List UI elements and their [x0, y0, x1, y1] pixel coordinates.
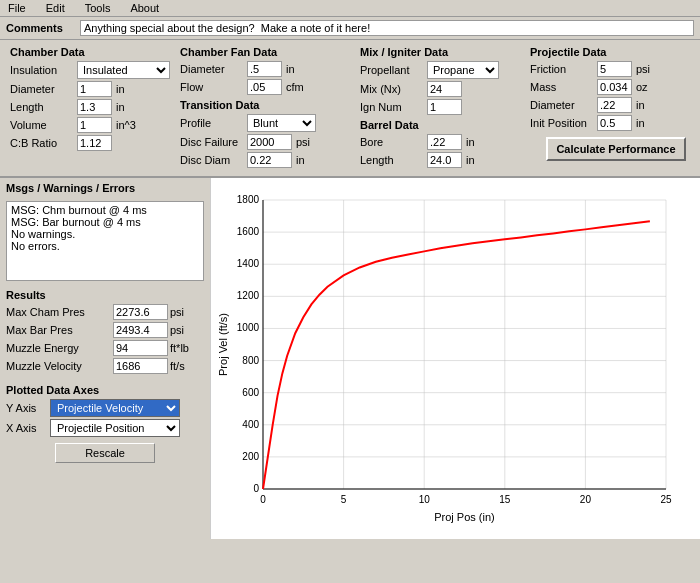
performance-chart	[215, 186, 680, 531]
menu-file[interactable]: File	[4, 2, 30, 14]
results-section: Results Max Cham Pres psi Max Bar Pres p…	[6, 289, 204, 376]
profile-label: Profile	[180, 117, 245, 129]
max-bar-pres-row: Max Bar Pres psi	[6, 322, 204, 338]
fan-flow-row: Flow cfm	[180, 79, 352, 95]
left-panel: Msgs / Warnings / Errors MSG: Chm burnou…	[0, 178, 210, 539]
main-data-grid: Chamber Data Insulation Insulated Non-In…	[0, 40, 700, 177]
mix-igniter-title: Mix / Igniter Data	[360, 46, 522, 58]
propellant-select[interactable]: Propane Methane Hydrogen	[427, 61, 499, 79]
max-cham-pres-label: Max Cham Pres	[6, 306, 111, 318]
ign-num-input[interactable]	[427, 99, 462, 115]
disc-failure-input[interactable]	[247, 134, 292, 150]
fan-diameter-label: Diameter	[180, 63, 245, 75]
init-pos-unit: in	[636, 117, 645, 129]
max-cham-pres-unit: psi	[170, 306, 184, 318]
profile-select[interactable]: Blunt Sharp Rounded	[247, 114, 316, 132]
chamber-volume-unit: in^3	[116, 119, 136, 131]
cb-ratio-input[interactable]	[77, 135, 112, 151]
max-cham-pres-input[interactable]	[113, 304, 168, 320]
barrel-title: Barrel Data	[360, 119, 522, 131]
cb-ratio-row: C:B Ratio	[10, 135, 172, 151]
chamber-diameter-input[interactable]	[77, 81, 112, 97]
muzzle-energy-row: Muzzle Energy ft*lb	[6, 340, 204, 356]
mass-label: Mass	[530, 81, 595, 93]
projectile-title: Projectile Data	[530, 46, 700, 58]
calculate-performance-button[interactable]: Calculate Performance	[546, 137, 685, 161]
fan-flow-unit: cfm	[286, 81, 304, 93]
muzzle-velocity-input[interactable]	[113, 358, 168, 374]
chamber-volume-input[interactable]	[77, 117, 112, 133]
fan-diameter-input[interactable]	[247, 61, 282, 77]
chamber-fan-title: Chamber Fan Data	[180, 46, 352, 58]
y-axis-label: Y Axis	[6, 402, 46, 414]
y-axis-row: Y Axis Projectile Velocity Chamber Press…	[6, 399, 204, 417]
y-axis-select[interactable]: Projectile Velocity Chamber Pressure Bar…	[50, 399, 180, 417]
menu-tools[interactable]: Tools	[81, 2, 115, 14]
chamber-diameter-unit: in	[116, 83, 125, 95]
friction-row: Friction psi	[530, 61, 700, 77]
profile-row: Profile Blunt Sharp Rounded	[180, 114, 352, 132]
disc-diam-label: Disc Diam	[180, 154, 245, 166]
mix-row: Mix (Nx)	[360, 81, 522, 97]
chamber-diameter-label: Diameter	[10, 83, 75, 95]
ign-num-row: Ign Num	[360, 99, 522, 115]
ign-num-label: Ign Num	[360, 101, 425, 113]
chamber-length-row: Length in	[10, 99, 172, 115]
barrel-length-unit: in	[466, 154, 475, 166]
max-bar-pres-input[interactable]	[113, 322, 168, 338]
bore-input[interactable]	[427, 134, 462, 150]
comments-row: Comments	[0, 17, 700, 40]
x-axis-select[interactable]: Projectile Position Time	[50, 419, 180, 437]
mass-unit: oz	[636, 81, 648, 93]
disc-diam-row: Disc Diam in	[180, 152, 352, 168]
disc-diam-input[interactable]	[247, 152, 292, 168]
disc-failure-label: Disc Failure	[180, 136, 245, 148]
mix-input[interactable]	[427, 81, 462, 97]
muzzle-energy-unit: ft*lb	[170, 342, 189, 354]
insulation-select[interactable]: Insulated Non-Insulated	[77, 61, 170, 79]
muzzle-velocity-row: Muzzle Velocity ft/s	[6, 358, 204, 374]
barrel-length-label: Length	[360, 154, 425, 166]
comments-label: Comments	[6, 22, 76, 34]
rescale-button[interactable]: Rescale	[55, 443, 155, 463]
disc-failure-row: Disc Failure psi	[180, 134, 352, 150]
cb-ratio-label: C:B Ratio	[10, 137, 75, 149]
msg-line-2: No warnings.	[11, 228, 199, 240]
insulation-label: Insulation	[10, 64, 75, 76]
msg-line-0: MSG: Chm burnout @ 4 ms	[11, 204, 199, 216]
msg-line-1: MSG: Bar burnout @ 4 ms	[11, 216, 199, 228]
mass-row: Mass oz	[530, 79, 700, 95]
bore-label: Bore	[360, 136, 425, 148]
projectile-section: Projectile Data Friction psi Mass oz Dia…	[526, 44, 700, 172]
init-pos-input[interactable]	[597, 115, 632, 131]
muzzle-velocity-unit: ft/s	[170, 360, 185, 372]
bore-row: Bore in	[360, 134, 522, 150]
propellant-label: Propellant	[360, 64, 425, 76]
proj-diameter-input[interactable]	[597, 97, 632, 113]
mix-igniter-section: Mix / Igniter Data Propellant Propane Me…	[356, 44, 526, 172]
menu-edit[interactable]: Edit	[42, 2, 69, 14]
mass-input[interactable]	[597, 79, 632, 95]
fan-flow-input[interactable]	[247, 79, 282, 95]
friction-input[interactable]	[597, 61, 632, 77]
chamber-length-unit: in	[116, 101, 125, 113]
menu-about[interactable]: About	[126, 2, 163, 14]
results-title: Results	[6, 289, 204, 301]
axes-title: Plotted Data Axes	[6, 384, 204, 396]
proj-diameter-label: Diameter	[530, 99, 595, 111]
x-axis-label: X Axis	[6, 422, 46, 434]
msg-line-3: No errors.	[11, 240, 199, 252]
max-cham-pres-row: Max Cham Pres psi	[6, 304, 204, 320]
chamber-diameter-row: Diameter in	[10, 81, 172, 97]
barrel-length-input[interactable]	[427, 152, 462, 168]
chamber-title: Chamber Data	[10, 46, 172, 58]
comments-input[interactable]	[80, 20, 694, 36]
messages-box: MSG: Chm burnout @ 4 ms MSG: Bar burnout…	[6, 201, 204, 281]
muzzle-energy-input[interactable]	[113, 340, 168, 356]
chamber-volume-label: Volume	[10, 119, 75, 131]
max-bar-pres-label: Max Bar Pres	[6, 324, 111, 336]
chamber-data-section: Chamber Data Insulation Insulated Non-In…	[6, 44, 176, 172]
init-pos-row: Init Position in	[530, 115, 700, 131]
chamber-length-input[interactable]	[77, 99, 112, 115]
chart-area	[210, 178, 700, 539]
